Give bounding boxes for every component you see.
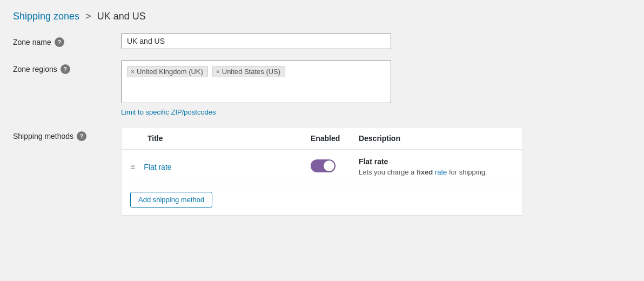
zone-name-help-icon[interactable]: ? bbox=[55, 37, 64, 47]
zone-regions-row: Zone regions ? × United Kingdom (UK) × U… bbox=[13, 60, 631, 116]
methods-table-head: Title Enabled Description bbox=[122, 128, 522, 150]
zone-name-label-cell: Zone name ? bbox=[13, 33, 121, 47]
region-tag-us-remove[interactable]: × bbox=[216, 68, 220, 76]
fixed-text: fixed bbox=[417, 168, 433, 176]
zone-name-row: Zone name ? bbox=[13, 33, 631, 49]
method-title-cell: ≡ Flat rate bbox=[122, 150, 302, 184]
drag-handle-icon[interactable]: ≡ bbox=[130, 162, 135, 171]
breadcrumb-separator: > bbox=[85, 11, 91, 22]
region-tag-uk-label: United Kingdom (UK) bbox=[137, 68, 203, 76]
region-tag-uk-remove[interactable]: × bbox=[131, 68, 135, 76]
limit-link[interactable]: Limit to specific ZIP/postcodes bbox=[121, 108, 216, 116]
region-tag-us-label: United States (US) bbox=[222, 68, 280, 76]
shipping-methods-field-cell: Title Enabled Description ≡ Flat rate bbox=[121, 127, 631, 216]
zone-regions-label: Zone regions bbox=[13, 65, 57, 73]
add-method-row: Add shipping method bbox=[122, 184, 522, 216]
method-toggle[interactable] bbox=[311, 159, 336, 172]
toggle-thumb bbox=[324, 160, 334, 171]
shipping-methods-label: Shipping methods bbox=[13, 132, 73, 140]
shipping-methods-label-cell: Shipping methods ? bbox=[13, 127, 121, 141]
method-description-text: Lets you charge a fixed rate for shippin… bbox=[359, 168, 487, 176]
col-header-enabled: Enabled bbox=[302, 128, 350, 150]
region-tag-uk[interactable]: × United Kingdom (UK) bbox=[127, 66, 208, 77]
zone-regions-help-icon[interactable]: ? bbox=[61, 64, 70, 74]
page-container: Shipping zones > UK and US Zone name ? Z… bbox=[0, 0, 644, 238]
method-title-link[interactable]: Flat rate bbox=[144, 163, 171, 171]
zone-name-label: Zone name bbox=[13, 38, 51, 46]
table-row: ≡ Flat rate bbox=[122, 150, 522, 184]
col-header-title: Title bbox=[122, 128, 302, 150]
add-method-cell: Add shipping method bbox=[122, 184, 522, 216]
shipping-methods-help-icon[interactable]: ? bbox=[77, 131, 86, 141]
methods-table-header-row: Title Enabled Description bbox=[122, 128, 522, 150]
zone-regions-box[interactable]: × United Kingdom (UK) × United States (U… bbox=[121, 60, 391, 103]
methods-table: Title Enabled Description ≡ Flat rate bbox=[122, 128, 522, 216]
breadcrumb: Shipping zones > UK and US bbox=[13, 11, 631, 22]
zone-regions-label-cell: Zone regions ? bbox=[13, 60, 121, 74]
shipping-methods-row: Shipping methods ? Title Enabled Descrip… bbox=[13, 127, 631, 216]
breadcrumb-link[interactable]: Shipping zones bbox=[13, 11, 79, 22]
rate-text: rate bbox=[435, 168, 447, 176]
method-toggle-wrapper[interactable] bbox=[311, 159, 336, 172]
breadcrumb-current: UK and US bbox=[97, 11, 146, 22]
zone-name-input[interactable] bbox=[121, 33, 391, 49]
method-description-title: Flat rate bbox=[359, 157, 514, 166]
col-header-description: Description bbox=[350, 128, 522, 150]
method-enabled-cell bbox=[302, 150, 350, 184]
add-shipping-method-button[interactable]: Add shipping method bbox=[130, 192, 212, 208]
toggle-track bbox=[311, 159, 336, 172]
limit-link-wrapper: Limit to specific ZIP/postcodes bbox=[121, 108, 631, 116]
region-tag-us[interactable]: × United States (US) bbox=[212, 66, 285, 77]
shipping-methods-wrapper: Title Enabled Description ≡ Flat rate bbox=[121, 127, 523, 216]
zone-name-field-cell bbox=[121, 33, 631, 49]
zone-regions-field-cell: × United Kingdom (UK) × United States (U… bbox=[121, 60, 631, 116]
methods-table-body: ≡ Flat rate bbox=[122, 150, 522, 216]
method-description-cell: Flat rate Lets you charge a fixed rate f… bbox=[350, 150, 522, 184]
